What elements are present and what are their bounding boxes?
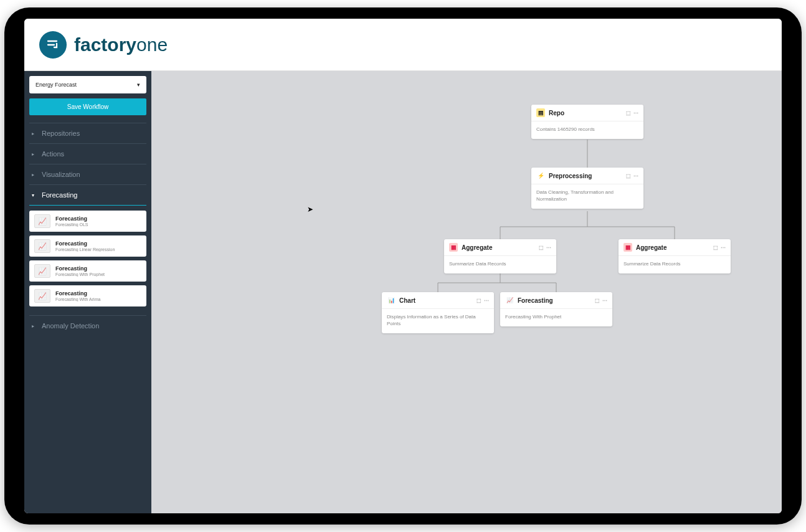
logo-light: one [136,34,168,55]
workflow-select[interactable]: Energy Forecast ▾ [29,76,146,93]
node-preprocessing[interactable]: ⚡ Preprocessing ⬚ ⋯ Data Cleaning, Trans… [531,168,643,209]
chevron-down-icon: ▾ [137,82,140,88]
save-workflow-button[interactable]: Save Workflow [29,98,146,115]
logo-bold: factory [74,34,136,55]
section-label: Actions [42,150,64,158]
forecast-title: Forecasting [55,265,141,272]
node-title: Repo [549,110,564,116]
main: Energy Forecast ▾ Save Workflow ▸ Reposi… [24,71,782,513]
node-body: Displays Information as a Series of Data… [382,308,494,333]
chart-line-icon: 📈 [34,214,50,228]
forecast-item[interactable]: 📈 Forecasting Forecasting OLS [29,211,146,232]
tablet-frame: factoryone Energy Forecast ▾ Save Workfl… [4,7,802,525]
logo-icon [39,31,67,59]
forecast-item[interactable]: 📈 Forecasting Forecasting With Arima [29,285,146,306]
forecast-icon: 📈 [505,296,514,305]
node-title: Preprocessing [549,173,592,179]
section-label: Forecasting [42,191,77,199]
forecast-item[interactable]: 📈 Forecasting Forecasting Linear Regress… [29,235,146,257]
forecast-subtitle: Forecasting Linear Regression [55,247,141,252]
database-icon: ▤ [536,108,545,117]
expand-icon[interactable]: ⬚ [476,298,481,303]
chart-line-icon: 📈 [34,239,50,253]
forecast-subtitle: Forecasting OLS [55,222,141,227]
menu-icon[interactable]: ⋯ [721,245,726,250]
expand-icon[interactable]: ⬚ [626,110,631,116]
expand-icon[interactable]: ⬚ [539,245,544,250]
node-body: Summarize Data Records [444,255,556,273]
expand-icon[interactable]: ⬚ [713,245,718,250]
node-title: Chart [399,297,415,304]
node-aggregate-right[interactable]: ▦ Aggregate ⬚ ⋯ Summarize Data Records [619,239,731,273]
menu-icon[interactable]: ⋯ [484,298,489,303]
forecast-subtitle: Forecasting With Prophet [55,272,141,277]
expand-icon[interactable]: ⬚ [595,298,600,303]
node-title: Forecasting [518,297,553,304]
logo-text: factoryone [74,34,168,55]
caret-icon: ▸ [32,151,38,157]
workflow-selected-label: Energy Forecast [36,82,77,88]
sidebar-section-forecasting[interactable]: ▾ Forecasting [29,184,146,206]
chart-icon: 📊 [387,296,396,305]
sidebar-section-actions[interactable]: ▸ Actions [29,143,146,164]
menu-icon[interactable]: ⋯ [602,298,607,303]
sidebar-section-anomaly[interactable]: ▸ Anomaly Detection [29,315,146,336]
node-body: Data Cleaning, Transformation and Normal… [531,184,643,209]
caret-icon: ▸ [32,172,38,178]
node-title: Aggregate [462,244,492,251]
caret-down-icon: ▾ [32,192,38,198]
node-body: Forecasting With Prophet [500,308,612,326]
node-body: Summarize Data Records [619,255,731,273]
bolt-icon: ⚡ [536,171,545,180]
node-aggregate-left[interactable]: ▦ Aggregate ⬚ ⋯ Summarize Data Records [444,239,556,273]
chart-line-icon: 📈 [34,264,50,278]
sidebar-section-repositories[interactable]: ▸ Repositories [29,123,146,143]
sidebar: Energy Forecast ▾ Save Workflow ▸ Reposi… [24,71,151,513]
forecast-title: Forecasting [55,290,141,297]
forecast-title: Forecasting [55,240,141,247]
chart-line-icon: 📈 [34,289,50,303]
node-forecasting[interactable]: 📈 Forecasting ⬚ ⋯ Forecasting With Proph… [500,292,612,326]
forecast-subtitle: Forecasting With Arima [55,297,141,302]
node-repo[interactable]: ▤ Repo ⬚ ⋯ Contains 1465290 records [531,105,643,139]
expand-icon[interactable]: ⬚ [626,173,631,179]
section-label: Visualization [42,171,80,178]
screen: factoryone Energy Forecast ▾ Save Workfl… [24,19,782,513]
menu-icon[interactable]: ⋯ [633,173,638,179]
aggregate-icon: ▦ [623,243,632,252]
node-body: Contains 1465290 records [531,121,643,139]
cursor-icon: ➤ [307,205,313,214]
caret-icon: ▸ [32,323,38,329]
section-label: Anomaly Detection [42,322,99,330]
workflow-canvas[interactable]: ➤ ▤ Repo ⬚ [151,71,782,513]
node-title: Aggregate [636,244,666,251]
forecast-item[interactable]: 📈 Forecasting Forecasting With Prophet [29,260,146,282]
forecast-title: Forecasting [55,216,141,222]
aggregate-icon: ▦ [449,243,458,252]
header: factoryone [24,19,782,71]
caret-icon: ▸ [32,131,38,136]
forecast-items: 📈 Forecasting Forecasting OLS 📈 Forecast… [29,206,146,315]
menu-icon[interactable]: ⋯ [546,245,551,250]
node-chart[interactable]: 📊 Chart ⬚ ⋯ Displays Information as a Se… [382,292,494,333]
menu-icon[interactable]: ⋯ [633,110,638,116]
sidebar-section-visualization[interactable]: ▸ Visualization [29,164,146,184]
section-label: Repositories [42,130,80,137]
